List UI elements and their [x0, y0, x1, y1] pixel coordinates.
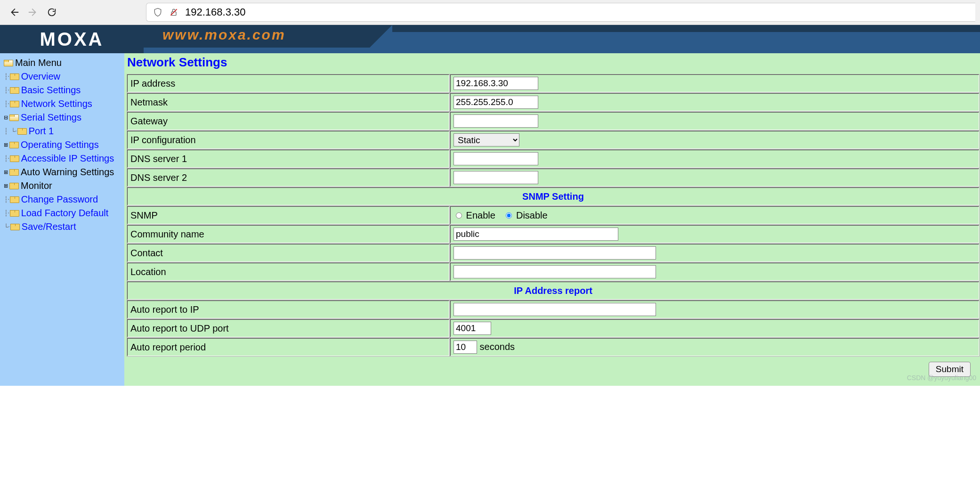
sidebar-item-monitor[interactable]: ⊞ Monitor — [3, 179, 124, 193]
logo-area: MOXA — [0, 25, 144, 53]
label-ip-address: IP address — [127, 74, 449, 92]
sidebar-item-auto-warning[interactable]: ⊞ Auto Warning Settings — [3, 165, 124, 179]
forward-button[interactable] — [24, 3, 42, 22]
sidebar-item-serial-settings[interactable]: ⊟ Serial Settings — [3, 111, 124, 124]
expand-icon[interactable]: ⊞ — [3, 142, 8, 148]
sidebar-item-label: Monitor — [21, 180, 52, 191]
sidebar-root[interactable]: Main Menu — [3, 56, 124, 70]
folder-open-icon — [9, 114, 18, 121]
input-location[interactable] — [454, 265, 656, 278]
sidebar-item-label: Auto Warning Settings — [21, 167, 114, 178]
sidebar-item-network-settings[interactable]: ┆‧ Network Settings — [3, 97, 124, 111]
folder-icon similarity — [10, 155, 18, 162]
label-ip-config: IP configuration — [127, 131, 449, 149]
sidebar-item-label: Load Factory Default — [21, 208, 109, 219]
radio-snmp-disable-input[interactable] — [506, 212, 512, 219]
input-ip-address[interactable] — [454, 77, 538, 90]
browser-toolbar: 192.168.3.30 — [0, 0, 980, 25]
sidebar-item-label: Port 1 — [29, 126, 54, 137]
sidebar-item-label: Accessible IP Settings — [21, 153, 114, 164]
input-netmask[interactable] — [454, 96, 538, 109]
label-report-port: Auto report to UDP port — [127, 319, 449, 337]
sidebar-item-accessible-ip[interactable]: ┆‧ Accessible IP Settings — [3, 152, 124, 165]
label-location: Location — [127, 263, 449, 281]
folder-icon — [10, 101, 18, 107]
row-location: Location — [127, 263, 979, 281]
sidebar-item-save-restart[interactable]: └‧ Save/Restart — [3, 220, 124, 234]
sidebar-item-change-password[interactable]: ┆‧ Change Password — [3, 193, 124, 206]
row-contact: Contact — [127, 244, 979, 262]
radio-snmp-enable[interactable]: Enable — [454, 210, 498, 220]
section-snmp: SNMP Setting — [127, 187, 979, 205]
reload-icon — [47, 7, 57, 17]
row-snmp: SNMP Enable Disable — [127, 206, 979, 224]
sidebar-item-port1[interactable]: ┆ └‧ Port 1 — [3, 124, 124, 138]
banner: MOXA www.moxa.com — [0, 25, 980, 53]
folder-icon — [10, 224, 19, 230]
row-report-period: Auto report period seconds — [127, 338, 979, 356]
sidebar: Main Menu ┆‧ Overview ┆‧ Basic Settings … — [0, 53, 124, 386]
collapse-icon[interactable]: ⊟ — [3, 114, 8, 121]
select-ip-config[interactable]: Static — [454, 133, 519, 146]
label-report-period: Auto report period — [127, 338, 449, 356]
page-title: Network Settings — [127, 55, 980, 70]
label-community: Community name — [127, 225, 449, 243]
row-dns1: DNS server 1 — [127, 150, 979, 168]
radio-snmp-disable[interactable]: Disable — [503, 210, 547, 220]
label-contact: Contact — [127, 244, 449, 262]
url-text: 192.168.3.30 — [185, 6, 245, 18]
shield-icon — [153, 8, 162, 17]
label-report-ip: Auto report to IP — [127, 301, 449, 318]
sidebar-item-load-factory-default[interactable]: ┆‧ Load Factory Default — [3, 206, 124, 220]
address-bar[interactable]: 192.168.3.30 — [146, 3, 975, 22]
sidebar-item-label: Change Password — [21, 194, 98, 205]
expand-icon[interactable]: ⊞ — [3, 183, 8, 189]
radio-snmp-enable-input[interactable] — [456, 212, 462, 219]
sidebar-root-label: Main Menu — [15, 57, 62, 68]
folder-icon — [10, 73, 18, 80]
row-community: Community name — [127, 225, 979, 243]
content: Network Settings IP address Netmask Gate… — [124, 53, 980, 386]
label-snmp: SNMP — [127, 206, 449, 224]
label-netmask: Netmask — [127, 93, 449, 111]
sidebar-item-basic-settings[interactable]: ┆‧ Basic Settings — [3, 83, 124, 97]
label-gateway: Gateway — [127, 112, 449, 130]
input-dns1[interactable] — [454, 152, 538, 165]
expand-icon[interactable]: ⊞ — [3, 169, 8, 175]
input-gateway[interactable] — [454, 114, 538, 128]
row-ip-address: IP address — [127, 74, 979, 92]
input-contact[interactable] — [454, 246, 656, 260]
lock-insecure-icon — [169, 8, 178, 17]
back-button[interactable] — [5, 3, 24, 22]
arrow-right-icon — [28, 7, 38, 17]
row-gateway: Gateway — [127, 112, 979, 130]
folder-icon — [10, 196, 18, 203]
folder-icon — [9, 142, 18, 148]
input-dns2[interactable] — [454, 171, 538, 184]
sidebar-item-label: Operating Settings — [21, 139, 99, 150]
folder-icon — [17, 128, 26, 135]
input-report-period[interactable] — [454, 341, 477, 354]
sidebar-item-label: Basic Settings — [21, 85, 81, 96]
sidebar-item-label: Overview — [21, 71, 60, 82]
sidebar-item-operating-settings[interactable]: ⊞ Operating Settings — [3, 138, 124, 152]
folder-icon — [9, 183, 18, 189]
row-ip-config: IP configuration Static — [127, 131, 979, 149]
sidebar-item-label: Serial Settings — [21, 112, 81, 123]
logo-text: MOXA — [40, 29, 104, 50]
row-netmask: Netmask — [127, 93, 979, 111]
sidebar-item-label: Network Settings — [21, 98, 92, 109]
input-report-port[interactable] — [454, 322, 491, 335]
sidebar-item-overview[interactable]: ┆‧ Overview — [3, 70, 124, 83]
watermark: CSDN @yuyuyuliang00 — [126, 374, 980, 382]
sidebar-item-label: Save/Restart — [22, 221, 76, 232]
folder-icon — [9, 169, 18, 176]
config-table: IP address Netmask Gateway IP configurat… — [126, 73, 980, 357]
reload-button[interactable] — [42, 3, 61, 22]
folder-icon — [10, 210, 18, 217]
input-community[interactable] — [454, 228, 618, 241]
banner-right: www.moxa.com — [144, 25, 980, 53]
row-report-ip: Auto report to IP — [127, 301, 979, 318]
input-report-ip[interactable] — [454, 303, 656, 316]
label-dns1: DNS server 1 — [127, 150, 449, 168]
